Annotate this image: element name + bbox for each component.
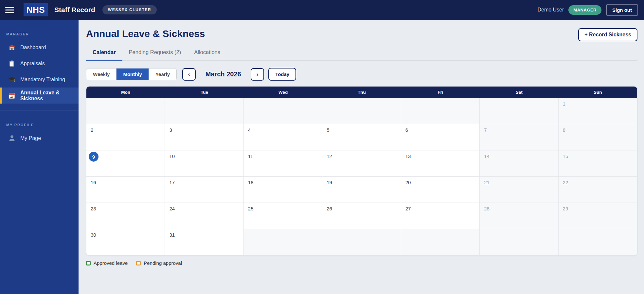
calendar-legend: Approved leavePending approval	[86, 260, 637, 266]
next-month-button[interactable]: ›	[251, 68, 264, 81]
calendar-cell-day-13[interactable]: 13	[401, 150, 480, 177]
calendar-cell-day-10[interactable]: 10	[165, 150, 243, 177]
calendar-cell-day-2[interactable]: 2	[86, 124, 165, 150]
sidebar: MANAGERDashboardAppraisalsMandatory Trai…	[0, 20, 79, 294]
date-number: 4	[248, 127, 251, 133]
calendar-cell-day-15[interactable]: 15	[559, 150, 637, 177]
calendar-cell-empty[interactable]	[401, 98, 480, 124]
day-header-tue: Tue	[165, 87, 243, 98]
calendar-cell-day-7[interactable]: 7	[480, 124, 558, 150]
calendar-cell-day-19[interactable]: 19	[322, 177, 401, 203]
date-number: 17	[169, 180, 175, 185]
cluster-badge: WESSEX CLUSTER	[102, 5, 157, 14]
svg-text:17: 17	[10, 95, 13, 98]
day-header-wed: Wed	[244, 87, 322, 98]
date-number: 22	[563, 180, 568, 185]
sidebar-item-label: Annual Leave & Sickness	[20, 90, 79, 102]
calendar-cell-day-17[interactable]: 17	[165, 177, 243, 203]
calendar-cell-day-24[interactable]: 24	[165, 203, 243, 229]
date-number: 7	[484, 127, 487, 133]
date-number: 16	[91, 180, 96, 185]
calendar-cell-empty[interactable]	[401, 229, 480, 255]
sidebar-item-appraisals[interactable]: Appraisals	[0, 55, 79, 71]
date-number: 10	[169, 153, 175, 159]
calendar-cell-empty[interactable]	[244, 229, 322, 255]
current-period-label: March 2026	[196, 70, 251, 78]
calendar-cell-empty[interactable]	[480, 98, 558, 124]
tab-calendar[interactable]: Calendar	[86, 49, 122, 61]
calendar-cell-empty[interactable]	[322, 98, 401, 124]
calendar-cell-day-20[interactable]: 20	[401, 177, 480, 203]
hamburger-menu-icon[interactable]	[5, 5, 18, 15]
tab-bar: CalendarPending Requests (2)Allocations	[86, 49, 637, 61]
tab-allocations[interactable]: Allocations	[188, 49, 227, 61]
tab-pending-requests-2[interactable]: Pending Requests (2)	[122, 49, 188, 61]
calendar-cell-day-11[interactable]: 11	[244, 150, 322, 177]
sidebar-section-label: MANAGER	[6, 32, 79, 36]
calendar-cell-day-8[interactable]: 8	[559, 124, 637, 150]
calendar-cell-empty[interactable]	[559, 229, 637, 255]
user-name: Demo User	[537, 7, 564, 13]
sidebar-item-label: My Page	[20, 135, 41, 141]
sidebar-item-dashboard[interactable]: Dashboard	[0, 39, 79, 55]
app-title: Staff Record	[54, 6, 95, 14]
calendar-cell-day-5[interactable]: 5	[322, 124, 401, 150]
calendar-cell-day-12[interactable]: 12	[322, 150, 401, 177]
date-number: 11	[248, 153, 253, 159]
day-header-mon: Mon	[86, 87, 165, 98]
calendar-cell-empty[interactable]	[480, 229, 558, 255]
calendar-cell-day-21[interactable]: 21	[480, 177, 558, 203]
sidebar-item-mandatory-training[interactable]: Mandatory Training	[0, 71, 79, 88]
calendar-cell-empty[interactable]	[244, 98, 322, 124]
calendar-cell-day-25[interactable]: 25	[244, 203, 322, 229]
calendar-day-header-row: MonTueWedThuFriSatSun	[86, 87, 637, 98]
sidebar-section-label: MY PROFILE	[6, 123, 79, 127]
calendar-cell-day-3[interactable]: 3	[165, 124, 243, 150]
calendar-cell-day-6[interactable]: 6	[401, 124, 480, 150]
day-header-fri: Fri	[401, 87, 480, 98]
calendar-cell-day-9[interactable]: 9	[86, 150, 165, 177]
date-number: 31	[169, 232, 175, 238]
date-number: 5	[327, 127, 329, 133]
date-number: 27	[405, 206, 411, 211]
sidebar-item-my-page[interactable]: My Page	[0, 130, 79, 146]
calendar-cell-empty[interactable]	[322, 229, 401, 255]
previous-month-button[interactable]: ‹	[182, 68, 196, 81]
date-number: 23	[91, 206, 96, 211]
sidebar-item-label: Appraisals	[20, 61, 45, 67]
date-number: 2	[91, 127, 93, 133]
calendar-cell-day-29[interactable]: 29	[559, 203, 637, 229]
calendar-cell-day-14[interactable]: 14	[480, 150, 558, 177]
top-bar: NHS Staff Record WESSEX CLUSTER Demo Use…	[0, 0, 644, 20]
calendar-cell-day-22[interactable]: 22	[559, 177, 637, 203]
sign-out-button[interactable]: Sign out	[606, 4, 638, 16]
date-number: 24	[169, 206, 175, 211]
calendar-cell-day-28[interactable]: 28	[480, 203, 558, 229]
calendar-cell-day-4[interactable]: 4	[244, 124, 322, 150]
calendar-cell-day-27[interactable]: 27	[401, 203, 480, 229]
date-number: 25	[248, 206, 254, 211]
sidebar-item-annual-leave-sickness[interactable]: 17Annual Leave & Sickness	[0, 88, 79, 104]
date-number: 6	[405, 127, 408, 133]
calendar-cell-day-30[interactable]: 30	[86, 229, 165, 255]
date-number: 26	[327, 206, 332, 211]
calendar-cell-day-26[interactable]: 26	[322, 203, 401, 229]
record-sickness-button[interactable]: + Record Sickness	[578, 28, 637, 41]
date-number: 8	[563, 127, 565, 133]
view-toggle-monthly[interactable]: Monthly	[116, 69, 149, 80]
calendar-cell-day-16[interactable]: 16	[86, 177, 165, 203]
calendar-cell-day-31[interactable]: 31	[165, 229, 243, 255]
calendar-cell-day-23[interactable]: 23	[86, 203, 165, 229]
view-toggle-weekly[interactable]: Weekly	[86, 69, 116, 80]
calendar-cell-empty[interactable]	[86, 98, 165, 124]
date-number: 13	[405, 153, 411, 159]
sidebar-item-label: Mandatory Training	[20, 77, 65, 83]
view-toggle-yearly[interactable]: Yearly	[149, 69, 176, 80]
calendar-cell-empty[interactable]	[165, 98, 243, 124]
date-number: 3	[169, 127, 172, 133]
calendar-grid: 1234567891011121314151617181920212223242…	[86, 98, 637, 255]
today-button[interactable]: Today	[268, 68, 296, 81]
calendar-cell-day-1[interactable]: 1	[559, 98, 637, 124]
graduation-cap-icon	[8, 76, 16, 84]
calendar-cell-day-18[interactable]: 18	[244, 177, 322, 203]
